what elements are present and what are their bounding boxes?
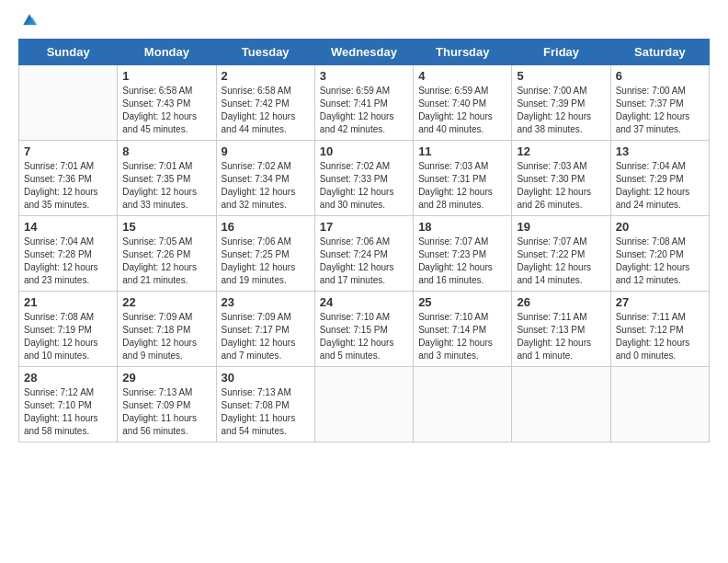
calendar-cell: 11Sunrise: 7:03 AM Sunset: 7:31 PM Dayli… bbox=[414, 141, 512, 216]
day-info: Sunrise: 7:09 AM Sunset: 7:17 PM Dayligh… bbox=[222, 311, 310, 362]
day-info: Sunrise: 7:11 AM Sunset: 7:13 PM Dayligh… bbox=[517, 311, 605, 362]
calendar-cell bbox=[19, 65, 118, 141]
calendar-cell: 16Sunrise: 7:06 AM Sunset: 7:25 PM Dayli… bbox=[216, 216, 314, 292]
day-info: Sunrise: 7:00 AM Sunset: 7:39 PM Dayligh… bbox=[517, 85, 605, 136]
calendar-week-row: 28Sunrise: 7:12 AM Sunset: 7:10 PM Dayli… bbox=[19, 367, 710, 442]
day-info: Sunrise: 7:10 AM Sunset: 7:15 PM Dayligh… bbox=[320, 311, 408, 362]
calendar-cell: 5Sunrise: 7:00 AM Sunset: 7:39 PM Daylig… bbox=[512, 65, 610, 141]
header bbox=[18, 18, 710, 29]
day-number: 15 bbox=[122, 220, 210, 234]
calendar-cell: 15Sunrise: 7:05 AM Sunset: 7:26 PM Dayli… bbox=[118, 216, 216, 292]
calendar-week-row: 14Sunrise: 7:04 AM Sunset: 7:28 PM Dayli… bbox=[19, 216, 710, 292]
weekday-header-cell: Thursday bbox=[414, 40, 512, 65]
day-number: 19 bbox=[517, 220, 605, 234]
weekday-header-cell: Tuesday bbox=[216, 40, 314, 65]
day-number: 2 bbox=[222, 69, 310, 83]
day-info: Sunrise: 7:07 AM Sunset: 7:23 PM Dayligh… bbox=[418, 236, 506, 287]
calendar-cell bbox=[512, 367, 610, 442]
day-number: 22 bbox=[122, 295, 210, 309]
day-info: Sunrise: 7:09 AM Sunset: 7:18 PM Dayligh… bbox=[122, 311, 210, 362]
day-number: 6 bbox=[616, 69, 704, 83]
day-info: Sunrise: 7:07 AM Sunset: 7:22 PM Dayligh… bbox=[517, 236, 605, 287]
calendar-cell: 24Sunrise: 7:10 AM Sunset: 7:15 PM Dayli… bbox=[314, 292, 413, 367]
calendar-cell: 21Sunrise: 7:08 AM Sunset: 7:19 PM Dayli… bbox=[19, 292, 118, 367]
calendar-cell bbox=[314, 367, 413, 442]
day-info: Sunrise: 6:59 AM Sunset: 7:41 PM Dayligh… bbox=[320, 85, 408, 136]
day-info: Sunrise: 7:01 AM Sunset: 7:36 PM Dayligh… bbox=[24, 160, 112, 212]
calendar-week-row: 21Sunrise: 7:08 AM Sunset: 7:19 PM Dayli… bbox=[19, 292, 710, 367]
day-number: 10 bbox=[320, 144, 408, 158]
calendar-week-row: 7Sunrise: 7:01 AM Sunset: 7:36 PM Daylig… bbox=[19, 141, 710, 216]
day-info: Sunrise: 7:01 AM Sunset: 7:35 PM Dayligh… bbox=[122, 160, 210, 212]
calendar-cell: 18Sunrise: 7:07 AM Sunset: 7:23 PM Dayli… bbox=[414, 216, 512, 292]
day-number: 12 bbox=[517, 144, 605, 158]
calendar-cell: 3Sunrise: 6:59 AM Sunset: 7:41 PM Daylig… bbox=[314, 65, 413, 141]
day-number: 24 bbox=[320, 295, 408, 309]
calendar-cell: 12Sunrise: 7:03 AM Sunset: 7:30 PM Dayli… bbox=[512, 141, 610, 216]
weekday-header-cell: Saturday bbox=[610, 40, 709, 65]
day-info: Sunrise: 7:08 AM Sunset: 7:19 PM Dayligh… bbox=[24, 311, 112, 362]
day-number: 3 bbox=[320, 69, 408, 83]
day-number: 17 bbox=[320, 220, 408, 234]
day-info: Sunrise: 7:11 AM Sunset: 7:12 PM Dayligh… bbox=[616, 311, 704, 362]
day-number: 20 bbox=[616, 220, 704, 234]
logo-icon bbox=[20, 11, 39, 29]
calendar-cell: 29Sunrise: 7:13 AM Sunset: 7:09 PM Dayli… bbox=[118, 367, 216, 442]
calendar-cell: 1Sunrise: 6:58 AM Sunset: 7:43 PM Daylig… bbox=[118, 65, 216, 141]
calendar-cell: 28Sunrise: 7:12 AM Sunset: 7:10 PM Dayli… bbox=[19, 367, 118, 442]
calendar-cell: 23Sunrise: 7:09 AM Sunset: 7:17 PM Dayli… bbox=[216, 292, 314, 367]
day-number: 28 bbox=[24, 371, 112, 385]
day-number: 30 bbox=[222, 371, 310, 385]
calendar-week-row: 1Sunrise: 6:58 AM Sunset: 7:43 PM Daylig… bbox=[19, 65, 710, 141]
weekday-header-cell: Monday bbox=[118, 40, 216, 65]
day-info: Sunrise: 7:03 AM Sunset: 7:31 PM Dayligh… bbox=[418, 160, 506, 212]
day-number: 23 bbox=[222, 295, 310, 309]
weekday-header-row: SundayMondayTuesdayWednesdayThursdayFrid… bbox=[19, 40, 710, 65]
day-number: 14 bbox=[24, 220, 112, 234]
calendar: SundayMondayTuesdayWednesdayThursdayFrid… bbox=[18, 39, 710, 442]
day-number: 8 bbox=[122, 144, 210, 158]
day-number: 25 bbox=[418, 295, 506, 309]
calendar-cell: 20Sunrise: 7:08 AM Sunset: 7:20 PM Dayli… bbox=[610, 216, 709, 292]
day-info: Sunrise: 7:13 AM Sunset: 7:08 PM Dayligh… bbox=[222, 386, 310, 438]
calendar-cell: 26Sunrise: 7:11 AM Sunset: 7:13 PM Dayli… bbox=[512, 292, 610, 367]
day-info: Sunrise: 6:58 AM Sunset: 7:43 PM Dayligh… bbox=[122, 85, 210, 136]
logo bbox=[18, 18, 39, 29]
calendar-cell bbox=[414, 367, 512, 442]
day-number: 16 bbox=[222, 220, 310, 234]
calendar-cell bbox=[610, 367, 709, 442]
day-info: Sunrise: 7:04 AM Sunset: 7:29 PM Dayligh… bbox=[616, 160, 704, 212]
day-info: Sunrise: 6:59 AM Sunset: 7:40 PM Dayligh… bbox=[418, 85, 506, 136]
calendar-cell: 17Sunrise: 7:06 AM Sunset: 7:24 PM Dayli… bbox=[314, 216, 413, 292]
day-number: 18 bbox=[418, 220, 506, 234]
weekday-header-cell: Friday bbox=[512, 40, 610, 65]
day-info: Sunrise: 7:02 AM Sunset: 7:33 PM Dayligh… bbox=[320, 160, 408, 212]
calendar-cell: 27Sunrise: 7:11 AM Sunset: 7:12 PM Dayli… bbox=[610, 292, 709, 367]
weekday-header-cell: Sunday bbox=[19, 40, 118, 65]
day-info: Sunrise: 7:04 AM Sunset: 7:28 PM Dayligh… bbox=[24, 236, 112, 287]
day-info: Sunrise: 7:02 AM Sunset: 7:34 PM Dayligh… bbox=[222, 160, 310, 212]
weekday-header-cell: Wednesday bbox=[314, 40, 413, 65]
day-info: Sunrise: 7:13 AM Sunset: 7:09 PM Dayligh… bbox=[122, 386, 210, 438]
day-number: 5 bbox=[517, 69, 605, 83]
calendar-body: 1Sunrise: 6:58 AM Sunset: 7:43 PM Daylig… bbox=[19, 65, 710, 442]
calendar-cell: 6Sunrise: 7:00 AM Sunset: 7:37 PM Daylig… bbox=[610, 65, 709, 141]
day-info: Sunrise: 7:06 AM Sunset: 7:25 PM Dayligh… bbox=[222, 236, 310, 287]
day-info: Sunrise: 7:05 AM Sunset: 7:26 PM Dayligh… bbox=[122, 236, 210, 287]
day-number: 27 bbox=[616, 295, 704, 309]
day-info: Sunrise: 7:00 AM Sunset: 7:37 PM Dayligh… bbox=[616, 85, 704, 136]
day-info: Sunrise: 6:58 AM Sunset: 7:42 PM Dayligh… bbox=[222, 85, 310, 136]
day-info: Sunrise: 7:06 AM Sunset: 7:24 PM Dayligh… bbox=[320, 236, 408, 287]
calendar-cell: 30Sunrise: 7:13 AM Sunset: 7:08 PM Dayli… bbox=[216, 367, 314, 442]
calendar-cell: 7Sunrise: 7:01 AM Sunset: 7:36 PM Daylig… bbox=[19, 141, 118, 216]
day-number: 9 bbox=[222, 144, 310, 158]
calendar-cell: 4Sunrise: 6:59 AM Sunset: 7:40 PM Daylig… bbox=[414, 65, 512, 141]
calendar-cell: 19Sunrise: 7:07 AM Sunset: 7:22 PM Dayli… bbox=[512, 216, 610, 292]
day-number: 29 bbox=[122, 371, 210, 385]
day-number: 21 bbox=[24, 295, 112, 309]
day-info: Sunrise: 7:10 AM Sunset: 7:14 PM Dayligh… bbox=[418, 311, 506, 362]
calendar-cell: 25Sunrise: 7:10 AM Sunset: 7:14 PM Dayli… bbox=[414, 292, 512, 367]
day-number: 26 bbox=[517, 295, 605, 309]
day-info: Sunrise: 7:08 AM Sunset: 7:20 PM Dayligh… bbox=[616, 236, 704, 287]
day-number: 11 bbox=[418, 144, 506, 158]
